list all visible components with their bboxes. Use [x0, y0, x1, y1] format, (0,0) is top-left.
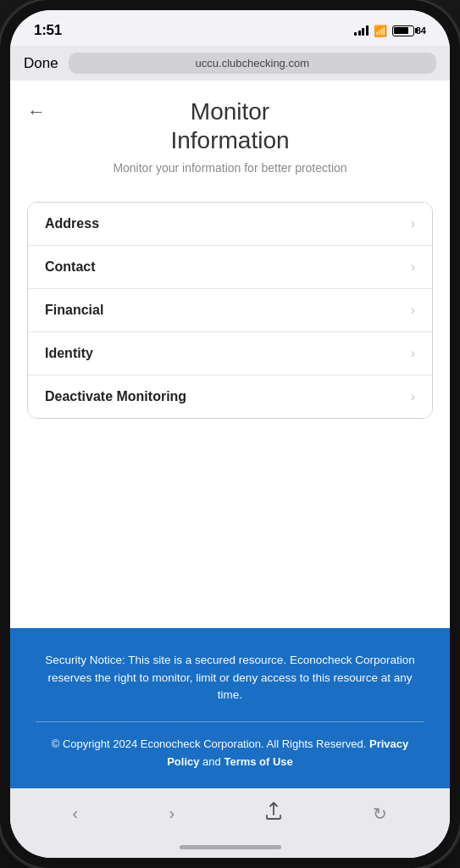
phone-frame: 1:51 📶 84 Done — [0, 0, 460, 868]
home-indicator — [10, 842, 450, 858]
status-icons: 📶 84 — [354, 25, 426, 37]
chevron-right-icon: › — [411, 346, 415, 361]
status-time: 1:51 — [34, 22, 62, 39]
menu-item-deactivate[interactable]: Deactivate Monitoring › — [28, 376, 432, 418]
menu-item-label-contact: Contact — [45, 259, 96, 275]
battery-icon: 84 — [392, 25, 426, 36]
menu-item-label-address: Address — [45, 216, 99, 231]
copyright: © Copyright 2024 Econocheck Corporation.… — [36, 736, 424, 771]
status-bar: 1:51 📶 84 — [10, 10, 450, 46]
menu-item-contact[interactable]: Contact › — [28, 246, 432, 289]
chevron-right-icon: › — [411, 389, 415, 404]
copyright-text: © Copyright 2024 Econocheck Corporation.… — [52, 737, 367, 750]
main-content: ← Monitor Information Monitor your infor… — [10, 81, 450, 788]
chevron-right-icon: › — [411, 216, 415, 231]
back-button[interactable]: ← — [27, 101, 46, 123]
footer-divider — [36, 721, 424, 722]
url-bar[interactable]: uccu.clubchecking.com — [69, 53, 436, 74]
done-button[interactable]: Done — [24, 55, 58, 72]
browser-forward-button[interactable]: › — [158, 798, 185, 828]
page-title: Monitor Information — [30, 97, 430, 154]
menu-item-address[interactable]: Address › — [28, 203, 432, 246]
menu-item-label-identity: Identity — [45, 346, 93, 361]
browser-back-button[interactable]: ‹ — [63, 798, 89, 828]
url-text: uccu.clubchecking.com — [196, 57, 309, 70]
footer: Security Notice: This site is a secured … — [10, 628, 450, 788]
browser-nav: ‹ › ↻ — [10, 788, 450, 842]
wifi-icon: 📶 — [374, 25, 387, 37]
terms-of-use-link[interactable]: Terms of Use — [224, 755, 292, 768]
page-subtitle: Monitor your information for better prot… — [30, 161, 430, 175]
security-notice: Security Notice: This site is a secured … — [36, 652, 424, 705]
menu-item-label-deactivate: Deactivate Monitoring — [45, 389, 186, 404]
browser-bar: Done uccu.clubchecking.com — [10, 46, 450, 81]
browser-reload-button[interactable]: ↻ — [363, 798, 397, 829]
chevron-right-icon: › — [411, 259, 415, 275]
chevron-right-icon: › — [411, 303, 415, 318]
home-bar — [180, 845, 281, 849]
menu-list: Address › Contact › Financial › Identity… — [27, 202, 433, 419]
page-header: ← Monitor Information Monitor your infor… — [10, 81, 450, 188]
screen: 1:51 📶 84 Done — [10, 10, 450, 858]
menu-item-label-financial: Financial — [45, 303, 103, 318]
menu-item-financial[interactable]: Financial › — [28, 289, 432, 332]
browser-share-button[interactable] — [255, 797, 292, 830]
signal-bars-icon — [354, 25, 369, 36]
menu-item-identity[interactable]: Identity › — [28, 332, 432, 376]
